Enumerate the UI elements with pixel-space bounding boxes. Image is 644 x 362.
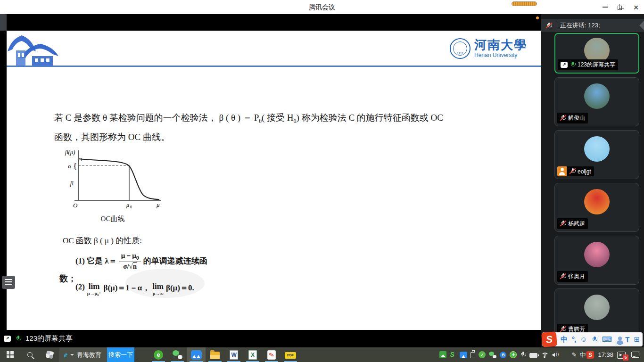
taskbar: e 青海教育 搜索一下 中 17:38 5 [0, 347, 644, 362]
wechat-icon[interactable] [168, 347, 187, 362]
avatar [584, 295, 610, 320]
mic-status-icon [560, 220, 566, 227]
avatar [584, 136, 610, 162]
mic-muted-icon [546, 22, 552, 29]
mic-on-icon [15, 335, 21, 342]
svg-text:β(μ): β(μ) [65, 148, 75, 156]
restore-button[interactable] [612, 0, 628, 14]
stage-corner [0, 14, 7, 31]
close-button[interactable] [628, 0, 644, 14]
sogou-tray-icon[interactable] [586, 351, 594, 359]
file-explorer-icon[interactable] [206, 347, 224, 362]
sidebar-collapse-handle[interactable] [639, 21, 644, 30]
mic-status-icon [560, 115, 566, 122]
speaking-banner: 正在讲话: 123; [541, 19, 644, 32]
participant-tile[interactable]: 杨武超 [554, 183, 639, 232]
start-button[interactable] [0, 347, 20, 362]
meeting-tray-icon[interactable] [460, 352, 467, 358]
shared-screen-stage: 1912 河南大學 Henan University 若 C 是参数 θ 某检验… [0, 14, 541, 347]
property-1-continuation: 数； [59, 273, 76, 284]
usb-eject-icon[interactable] [439, 351, 446, 358]
participant-label: 张奥月 [557, 271, 588, 282]
participant-tile[interactable]: 解俊山 [554, 77, 639, 126]
avatar [584, 83, 610, 109]
participant-tile[interactable]: 123的屏幕共享 [554, 33, 639, 74]
participant-name: 张奥月 [568, 272, 585, 280]
battery-icon[interactable] [529, 353, 537, 358]
mic-status-icon [560, 326, 566, 333]
pen-icon[interactable] [571, 351, 578, 358]
window-titlebar: 腾讯会议 [0, 0, 644, 14]
properties-title: OC 函数 β ( μ ) 的性质: [63, 236, 142, 246]
svg-text:μ: μ [126, 202, 129, 208]
participant-tile[interactable]: eoljgt [554, 130, 639, 179]
tencent-meeting-icon[interactable] [187, 347, 206, 362]
keyboard-icon[interactable]: ⌨ [602, 332, 612, 346]
slide-paragraph: 若 C 是参数 θ 某检验问题的一个检验法， β ( θ ) ＝ Pθ( 接受 … [54, 110, 504, 145]
window-title: 腾讯会议 [0, 0, 644, 14]
search-box-button[interactable]: 搜索一下 [107, 347, 134, 362]
sync-icon[interactable] [450, 351, 456, 358]
taskbar-search-button[interactable] [20, 347, 40, 362]
wps-icon[interactable] [262, 347, 281, 362]
avatar [584, 242, 610, 267]
participant-tile[interactable]: 曹腾芳 [554, 288, 639, 337]
emoji-icon[interactable]: ☺ [580, 332, 587, 346]
participant-label: eoljgt [557, 166, 594, 176]
windows-logo-icon [7, 351, 14, 358]
university-name-zh: 河南大學 [474, 39, 527, 51]
bluetooth-icon[interactable] [500, 352, 506, 358]
usb-drive-icon[interactable] [471, 352, 475, 358]
media-player-icon[interactable]: 5 [617, 352, 626, 359]
volume-icon[interactable] [552, 352, 560, 358]
svg-text:0: 0 [130, 205, 132, 209]
header-divider [7, 66, 541, 67]
taskbar-separator [137, 351, 137, 359]
svg-text:O: O [73, 202, 78, 209]
share-toolbar-handle[interactable] [2, 276, 15, 289]
wifi-icon[interactable] [541, 352, 548, 358]
participant-name: 杨武超 [568, 220, 585, 228]
taskbar-apps [149, 347, 300, 362]
language-indicator[interactable]: 中 [579, 351, 586, 359]
skin-icon[interactable]: T [625, 332, 629, 346]
speaking-label: 正在讲话: 123; [560, 21, 600, 30]
mic-status-icon [560, 273, 566, 280]
minimize-button[interactable] [597, 0, 613, 14]
taskbar-clock[interactable]: 17:38 [598, 351, 613, 358]
browser-360-icon[interactable] [149, 347, 168, 362]
pinwheel-app-button[interactable] [40, 347, 59, 362]
mic-tray-icon[interactable] [520, 351, 526, 358]
input-mode-zh-icon[interactable]: 中 [561, 332, 568, 346]
pdf-icon[interactable] [281, 347, 300, 362]
oc-curve-figure: β(μ) 1 α { β O μ 0 μ [64, 148, 165, 211]
banner-divider [556, 22, 556, 29]
share-status-bar: 123的屏幕共享 [0, 330, 541, 347]
mic-status-icon [570, 61, 576, 68]
action-center-icon[interactable] [631, 352, 639, 358]
toolbox-icon[interactable]: ⊞ [634, 332, 640, 346]
shield-icon[interactable] [479, 351, 486, 358]
account-icon[interactable]: 32 [616, 337, 621, 345]
participants-sidebar: 正在讲话: 123; 123的屏幕共享 解俊山 eoljgt [541, 14, 644, 347]
safety-plus-icon[interactable] [510, 351, 517, 358]
svg-text:β: β [70, 180, 74, 187]
figure-caption: OC曲线 [68, 214, 157, 223]
chevron-down-icon [70, 354, 74, 356]
svg-text:{: { [73, 162, 77, 171]
mic-status-icon [570, 168, 576, 175]
browser-window-button[interactable]: e 青海教育 [59, 347, 107, 362]
screen-share-icon [561, 62, 568, 68]
excel-icon[interactable] [243, 347, 262, 362]
search-icon [27, 352, 33, 357]
property-1: (1) 它是 λ＝μ－μ0σ/√n的单调递减连续函 [75, 251, 207, 271]
university-seal-icon: 1912 [450, 38, 471, 59]
word-icon[interactable] [224, 347, 243, 362]
sogou-logo-icon[interactable]: S [541, 331, 557, 347]
tray-icons [439, 351, 578, 358]
participant-tile[interactable]: 张奥月 [554, 236, 639, 285]
wechat-tray-icon[interactable] [489, 352, 496, 358]
voice-input-icon[interactable] [592, 336, 598, 343]
punctuation-icon[interactable]: °, [572, 332, 576, 346]
university-logo: 1912 河南大學 Henan University [450, 38, 527, 59]
